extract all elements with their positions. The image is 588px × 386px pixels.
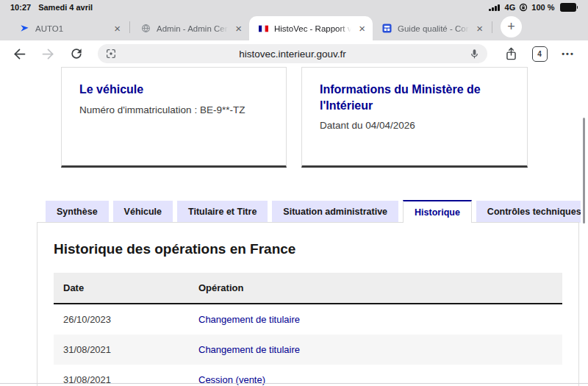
- ministry-card-body: Datant du 04/04/2026: [320, 120, 509, 131]
- tab-count: 4: [532, 46, 548, 62]
- section-title: Historique des opérations en France: [54, 241, 562, 257]
- tab-separator: [492, 21, 492, 33]
- ministry-card-title: Informations du Ministère de l'Intérieur: [320, 82, 509, 113]
- french-flag-favicon: [258, 24, 268, 34]
- close-icon[interactable]: ×: [235, 23, 242, 34]
- browser-toolbar: histovec.interieur.gouv.fr 4 •••: [0, 40, 588, 67]
- operations-table: Date Opération 26/10/2023 Changement de …: [54, 273, 562, 386]
- table-row: 31/08/2021 Changement de titulaire: [54, 335, 562, 365]
- orientation-lock-icon: [519, 3, 528, 12]
- reload-button[interactable]: [68, 45, 85, 62]
- vehicle-card: Le véhicule Numéro d'immatriculation : B…: [61, 67, 287, 168]
- new-tab-button[interactable]: +: [501, 16, 522, 37]
- auto1-favicon: [19, 24, 29, 34]
- screen: 10:27 Samedi 4 avril 4G 100 % AUTO1 ×: [0, 0, 588, 386]
- layout-favicon: [381, 24, 392, 34]
- close-icon[interactable]: ×: [114, 23, 121, 34]
- web-page: Le véhicule Numéro d'immatriculation : B…: [0, 67, 588, 386]
- browser-tab-histovec[interactable]: HistoVec - Rapport vend ×: [249, 16, 373, 40]
- browser-tab-guide[interactable]: Guide qualité - Commen ×: [373, 16, 490, 40]
- report-tabs: Synthèse Véhicule Titulaire et Titre Sit…: [37, 200, 581, 223]
- vehicle-card-title: Le véhicule: [79, 82, 268, 98]
- address-bar[interactable]: histovec.interieur.gouv.fr: [98, 44, 487, 63]
- scrollbar-thumb[interactable]: [583, 118, 585, 224]
- table-row: 26/10/2023 Changement de titulaire: [54, 304, 562, 335]
- lens-icon[interactable]: [105, 48, 117, 60]
- cell-date: 31/08/2021: [54, 335, 189, 365]
- table-header-row: Date Opération: [54, 273, 562, 304]
- globe-favicon: [140, 24, 151, 34]
- three-dots-icon: •••: [562, 49, 575, 58]
- tab-title: Guide qualité - Commen: [398, 24, 470, 33]
- microphone-icon[interactable]: [469, 49, 480, 60]
- tab-controles-techniques[interactable]: Contrôles techniques: [476, 201, 581, 223]
- clock: 10:27: [10, 3, 31, 12]
- header-date: Date: [54, 273, 189, 304]
- viewport-bottom-divider: [0, 383, 588, 384]
- cellular-signal-icon: [489, 4, 500, 11]
- operation-link[interactable]: Changement de titulaire: [198, 344, 300, 355]
- tab-title: HistoVec - Rapport vend: [274, 24, 353, 33]
- header-operation: Opération: [189, 273, 562, 304]
- share-button[interactable]: [501, 44, 520, 63]
- back-button[interactable]: [10, 45, 28, 62]
- operation-link[interactable]: Changement de titulaire: [198, 314, 300, 325]
- tab-historique[interactable]: Historique: [403, 200, 472, 223]
- close-icon[interactable]: ×: [476, 23, 483, 34]
- tab-vehicule[interactable]: Véhicule: [113, 201, 173, 223]
- historique-panel: Historique des opérations en France Date…: [37, 222, 579, 386]
- overflow-menu-button[interactable]: •••: [559, 44, 578, 63]
- cell-date: 26/10/2023: [54, 304, 189, 335]
- browser-tab-strip: AUTO1 × Admin - Admin Center × HistoVec …: [0, 13, 588, 40]
- network-type: 4G: [505, 3, 516, 12]
- tab-title: Admin - Admin Center: [157, 24, 229, 33]
- ministry-card: Informations du Ministère de l'Intérieur…: [301, 67, 528, 168]
- close-icon[interactable]: ×: [359, 23, 365, 34]
- forward-button[interactable]: [39, 45, 57, 62]
- tab-separator: [129, 21, 130, 33]
- battery-percent: 100 %: [531, 3, 554, 12]
- battery-icon: [560, 3, 578, 12]
- browser-tab-admin[interactable]: Admin - Admin Center ×: [132, 16, 249, 40]
- tab-synthese[interactable]: Synthèse: [46, 201, 109, 223]
- status-date: Samedi 4 avril: [38, 3, 93, 12]
- tab-situation-administrative[interactable]: Situation administrative: [272, 201, 398, 223]
- tab-switcher-button[interactable]: 4: [530, 44, 549, 63]
- vehicle-card-body: Numéro d'immatriculation : BE-9**-TZ: [79, 104, 268, 115]
- tab-titulaire-et-titre[interactable]: Titulaire et Titre: [177, 201, 268, 223]
- url-text[interactable]: histovec.interieur.gouv.fr: [127, 49, 458, 60]
- tab-title: AUTO1: [35, 24, 108, 33]
- status-bar: 10:27 Samedi 4 avril 4G 100 %: [0, 0, 588, 13]
- browser-tab-auto1[interactable]: AUTO1 ×: [10, 16, 128, 40]
